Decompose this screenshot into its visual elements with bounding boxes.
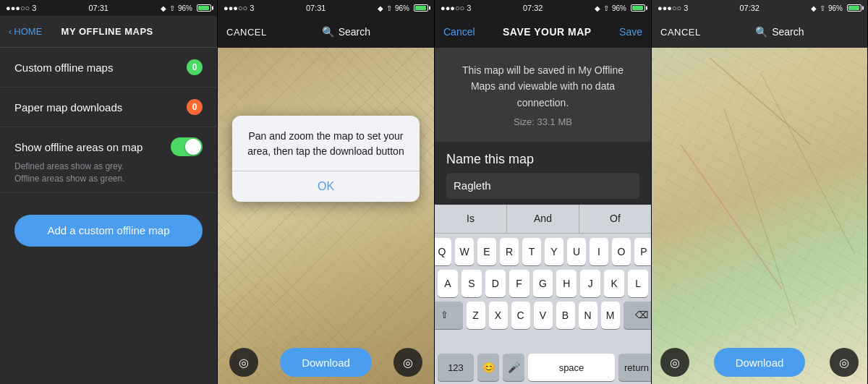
status-bar-2: ●●●○○ 3 07:31 ◆ ⇧ 96% [218,0,434,16]
map-overlay-4: ●●●○○ 3 07:32 ◆ ⇧ 96% CANCEL 🔍 Search [652,0,867,48]
key-b[interactable]: B [556,302,575,329]
screen-map-download: ●●●○○ 3 07:32 ◆ ⇧ 96% CANCEL 🔍 Search ◎ … [651,0,867,384]
wifi-3: ⇧ [603,4,609,12]
status-left-1: ●●●○○ 3 [6,4,36,12]
status-bar-4: ●●●○○ 3 07:32 ◆ ⇧ 96% [652,0,867,16]
key-c[interactable]: C [511,302,530,329]
search-label-4: Search [772,26,804,38]
carrier: 3 [32,4,36,12]
key-d[interactable]: D [485,270,506,297]
key-k[interactable]: K [604,270,624,297]
map-size-text: Size: 33.1 MB [449,115,637,130]
carrier-2: 3 [250,4,254,12]
key-l[interactable]: L [628,270,648,297]
carrier-4: 3 [684,4,688,12]
bt-3: ◆ [595,4,600,12]
page-title-3: SAVE YOUR MAP [475,26,619,38]
key-w[interactable]: W [455,238,474,265]
layers-button-2[interactable]: ◎ [393,348,422,377]
custom-offline-maps-row[interactable]: Custom offline maps 0 [0,48,217,88]
bluetooth-icon: ◆ [161,4,166,12]
offline-areas-toggle[interactable] [171,137,203,156]
suggest-of[interactable]: Of [579,205,651,233]
battery-2 [414,4,428,12]
key-v[interactable]: V [534,302,553,329]
key-j[interactable]: J [580,270,600,297]
download-button-2[interactable]: Download [280,348,372,377]
key-e[interactable]: E [477,238,496,265]
key-return[interactable]: return [618,354,651,381]
status-right-1: ◆ ⇧ 96% [161,4,211,12]
key-x[interactable]: X [489,302,508,329]
key-p[interactable]: P [634,238,651,265]
key-emoji[interactable]: 😊 [477,354,499,381]
dialog-message: Pan and zoom the map to set your area, t… [244,129,408,159]
battery-icon-1 [197,4,211,12]
key-s[interactable]: S [461,270,482,297]
save-info-text: This map will be saved in My Offline Map… [449,62,637,111]
key-mic[interactable]: 🎤 [503,354,524,381]
bottom-bar-4: ◎ Download ◎ [652,341,867,384]
custom-maps-badge: 0 [187,59,203,75]
nav-bar-1: ‹ HOME MY OFFLINE MAPS [0,16,217,48]
key-f[interactable]: F [509,270,529,297]
cancel-button-2[interactable]: CANCEL [226,27,267,38]
location-button-2[interactable]: ◎ [229,348,258,377]
paper-map-label: Paper map downloads [14,101,122,114]
wifi-2: ⇧ [386,4,392,12]
kb-bottom-row: 123 😊 🎤 space return [435,354,651,384]
carrier-3: 3 [467,4,471,12]
status-bar-1: ●●●○○ 3 07:31 ◆ ⇧ 96% [0,0,217,16]
key-o[interactable]: O [612,238,631,265]
key-a[interactable]: A [438,270,458,297]
toggle-subtitle: Defined areas show as grey.Offline areas… [14,161,203,185]
key-n[interactable]: N [579,302,597,329]
cancel-button-3[interactable]: Cancel [443,26,475,38]
delete-key[interactable]: ⌫ [624,302,652,329]
key-m[interactable]: M [601,302,620,329]
layers-button-4[interactable]: ◎ [830,348,859,377]
key-z[interactable]: Z [467,302,485,329]
map-save-info: This map will be saved in My Offline Map… [435,48,651,142]
cancel-button-4[interactable]: CANCEL [660,27,701,38]
key-123[interactable]: 123 [438,354,474,381]
suggest-is[interactable]: Is [435,205,507,233]
key-space[interactable]: space [528,354,615,381]
status-right-2: ◆ ⇧ 96% [378,4,428,12]
map-name-input[interactable]: Ragleth [446,173,639,199]
nav-bar-4: CANCEL 🔍 Search [652,16,867,48]
toggle-label: Show offline areas on map [14,141,142,153]
dialog-ok-button[interactable]: OK [244,171,408,202]
search-icon-4: 🔍 [755,26,767,38]
search-bar-2[interactable]: 🔍 Search [267,26,425,38]
time-1: 07:31 [88,4,109,12]
suggest-and[interactable]: And [507,205,579,233]
paper-map-downloads-row[interactable]: Paper map downloads 0 [0,88,217,127]
key-i[interactable]: I [590,238,608,265]
search-bar-4[interactable]: 🔍 Search [701,26,859,38]
save-button[interactable]: Save [619,26,642,38]
key-u[interactable]: U [567,238,586,265]
shift-key[interactable]: ⇧ [434,302,463,329]
add-custom-offline-map-button[interactable]: Add a custom offline map [14,215,203,247]
key-y[interactable]: Y [545,238,563,265]
map-overlay-2: ●●●○○ 3 07:31 ◆ ⇧ 96% CANCEL 🔍 Search [218,0,434,48]
download-button-4[interactable]: Download [714,348,806,377]
kb-row-2: A S D F G H J K L [438,270,648,297]
wifi-4: ⇧ [820,4,825,12]
key-t[interactable]: T [522,238,541,265]
toggle-knob [185,139,201,155]
bottom-bar-2: ◎ Download ◎ [218,341,434,384]
keyboard: Is And Of Q W E R T Y U I O P A S D F [435,205,651,384]
show-offline-areas-row: Show offline areas on map Defined areas … [0,127,217,193]
time-2: 07:31 [306,4,326,12]
key-g[interactable]: G [533,270,553,297]
key-q[interactable]: Q [434,238,451,265]
battery-4 [847,4,861,12]
nav-bar-2: CANCEL 🔍 Search [218,16,434,48]
screen-map-dialog: ●●●○○ 3 07:31 ◆ ⇧ 96% CANCEL 🔍 Search Pa… [217,0,434,384]
key-h[interactable]: H [556,270,576,297]
keyboard-autocomplete: Is And Of [435,205,651,234]
location-button-4[interactable]: ◎ [660,348,689,377]
key-r[interactable]: R [500,238,519,265]
